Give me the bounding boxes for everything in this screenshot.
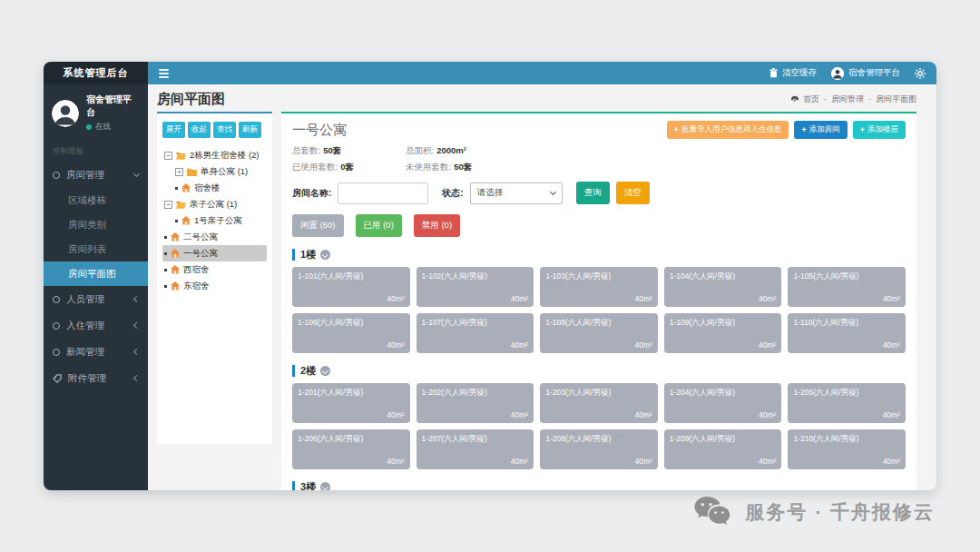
sidebar-item[interactable]: 入住管理 xyxy=(44,312,148,339)
room-card[interactable]: 1-204(六人间/男寝)40m² xyxy=(664,383,782,423)
tree-node[interactable]: −亲子公寓 (1) xyxy=(162,196,267,212)
tree-toolbar-button[interactable]: 刷新 xyxy=(239,122,261,138)
sidebar-user-status: 在线 xyxy=(86,122,140,133)
action-button[interactable]: +添加房间 xyxy=(794,121,847,139)
room-area: 40m² xyxy=(387,410,404,419)
tree-toolbar-button[interactable]: 展开 xyxy=(162,122,185,138)
room-name: 1-108(六人间/男寝) xyxy=(545,318,611,327)
user-avatar[interactable] xyxy=(52,100,79,127)
floor-section: 2楼1-201(六人间/男寝)40m²1-202(六人间/男寝)40m²1-20… xyxy=(292,365,906,469)
floor-collapse-icon[interactable] xyxy=(320,482,330,490)
sidebar-subitem[interactable]: 房间类别 xyxy=(44,212,148,237)
room-card[interactable]: 1-105(六人间/男寝)40m² xyxy=(788,267,906,307)
tree-node[interactable]: −2栋男生宿舍楼 (2) xyxy=(162,147,267,163)
tree-node[interactable]: +单身公寓 (1) xyxy=(173,163,267,180)
room-card[interactable]: 1-208(六人间/男寝)40m² xyxy=(540,429,658,469)
folder-open-icon xyxy=(176,201,186,209)
settings-gear-icon[interactable] xyxy=(915,68,926,79)
room-card[interactable]: 1-209(六人间/男寝)40m² xyxy=(664,429,782,469)
action-button-label: 添加楼层 xyxy=(867,124,898,135)
sidebar-item-label: 新闻管理 xyxy=(66,346,104,359)
legend-button[interactable]: 禁用 (0) xyxy=(414,214,460,237)
room-name: 1-201(六人间/男寝) xyxy=(298,388,363,397)
dashboard-icon xyxy=(790,95,799,104)
action-button-label: 批量导入用户信息和入住信息 xyxy=(681,124,782,135)
tree-node[interactable]: 一号公寓 xyxy=(162,245,267,261)
online-status-dot xyxy=(86,124,92,130)
breadcrumb-item[interactable]: 房间管理 xyxy=(819,94,864,105)
room-name: 1-204(六人间/男寝) xyxy=(670,388,735,397)
account-menu[interactable]: 宿舍管理平台 xyxy=(831,67,900,80)
clear-cache-button[interactable]: 清空缓存 xyxy=(769,67,817,79)
room-card[interactable]: 1-109(六人间/男寝)40m² xyxy=(664,313,782,353)
room-card[interactable]: 1-107(六人间/男寝)40m² xyxy=(416,313,534,353)
stat-label: 总面积: xyxy=(406,145,434,155)
room-card[interactable]: 1-102(六人间/男寝)40m² xyxy=(416,267,534,307)
breadcrumb-item[interactable]: 房间平面图 xyxy=(864,94,916,105)
sidebar-subitem[interactable]: 区域楼栋 xyxy=(44,188,148,212)
sidebar-item[interactable]: 新闻管理 xyxy=(44,339,148,365)
room-card[interactable]: 1-104(六人间/男寝)40m² xyxy=(664,267,782,307)
room-card[interactable]: 1-101(六人间/男寝)40m² xyxy=(292,267,410,307)
room-name: 1-208(六人间/男寝) xyxy=(545,434,611,443)
sidebar-subitem[interactable]: 房间列表 xyxy=(44,237,148,261)
tree-node[interactable]: 二号公寓 xyxy=(162,229,267,245)
tree-node[interactable]: 东宿舍 xyxy=(162,278,267,294)
room-card[interactable]: 1-206(六人间/男寝)40m² xyxy=(292,429,410,469)
legend-button[interactable]: 闲置 (50) xyxy=(292,214,344,237)
search-button[interactable]: 查询 xyxy=(576,182,610,204)
room-name-input[interactable] xyxy=(338,182,428,204)
building-tree-panel: 展开收起查找刷新 −2栋男生宿舍楼 (2)+单身公寓 (1)宿舍楼−亲子公寓 (… xyxy=(157,112,272,444)
tree-node-label: 东宿舍 xyxy=(183,281,210,292)
stat: 已使用套数:0套 xyxy=(292,162,406,173)
stat: 总套数:50套 xyxy=(292,145,406,157)
tag-icon xyxy=(53,374,62,383)
room-card[interactable]: 1-103(六人间/男寝)40m² xyxy=(540,267,658,307)
floor-header: 1楼 xyxy=(292,249,906,261)
tree-node-label: 宿舍楼 xyxy=(194,182,220,194)
room-card[interactable]: 1-110(六人间/男寝)40m² xyxy=(788,313,906,353)
breadcrumb-item[interactable]: 首页 xyxy=(803,94,819,105)
floor-collapse-icon[interactable] xyxy=(320,366,330,376)
tree-toolbar-button[interactable]: 查找 xyxy=(213,122,236,138)
action-button[interactable]: +添加楼层 xyxy=(853,121,906,139)
tree-node[interactable]: 宿舍楼 xyxy=(173,180,267,196)
room-area: 40m² xyxy=(511,294,528,303)
sidebar-item[interactable]: 附件管理 xyxy=(44,365,148,391)
room-card[interactable]: 1-205(六人间/男寝)40m² xyxy=(788,383,906,423)
action-button-label: 添加房间 xyxy=(809,124,840,135)
room-name: 1-106(六人间/男寝) xyxy=(298,318,363,327)
tree-node[interactable]: 1号亲子公寓 xyxy=(173,212,267,229)
sidebar-toggle-icon[interactable] xyxy=(159,69,169,78)
room-card[interactable]: 1-108(六人间/男寝)40m² xyxy=(540,313,658,353)
chevron-left-icon xyxy=(133,349,140,355)
legend-button[interactable]: 已用 (0) xyxy=(356,214,402,237)
circle-icon xyxy=(53,322,60,330)
floor-collapse-icon[interactable] xyxy=(320,250,330,260)
bullet-icon xyxy=(164,269,167,271)
sidebar-subitem[interactable]: 房间平面图 xyxy=(44,261,148,286)
bullet-icon xyxy=(164,285,167,288)
room-card[interactable]: 1-203(六人间/男寝)40m² xyxy=(540,383,658,423)
collapse-icon[interactable]: − xyxy=(164,152,172,160)
building-tree: −2栋男生宿舍楼 (2)+单身公寓 (1)宿舍楼−亲子公寓 (1)1号亲子公寓二… xyxy=(162,147,267,294)
room-card[interactable]: 1-201(六人间/男寝)40m² xyxy=(292,383,410,423)
status-select[interactable]: 请选择 xyxy=(470,182,563,204)
status-label: 状态: xyxy=(442,187,463,200)
room-card[interactable]: 1-210(六人间/男寝)40m² xyxy=(788,429,906,469)
room-card[interactable]: 1-207(六人间/男寝)40m² xyxy=(416,429,534,469)
action-button[interactable]: +批量导入用户信息和入住信息 xyxy=(667,121,789,139)
sidebar-item[interactable]: 人员管理 xyxy=(44,286,148,312)
room-area: 40m² xyxy=(511,410,528,419)
status-legend: 闲置 (50)已用 (0)禁用 (0) xyxy=(292,214,906,237)
room-card[interactable]: 1-106(六人间/男寝)40m² xyxy=(292,313,410,353)
collapse-icon[interactable]: − xyxy=(164,201,172,209)
stat: 总面积:2000m² xyxy=(406,145,605,157)
clear-button[interactable]: 清空 xyxy=(616,182,650,204)
sidebar-item[interactable]: 房间管理 xyxy=(44,162,148,188)
room-card[interactable]: 1-202(六人间/男寝)40m² xyxy=(416,383,534,423)
tree-toolbar-button[interactable]: 收起 xyxy=(188,122,211,138)
tree-node[interactable]: 西宿舍 xyxy=(162,261,267,278)
room-name-label: 房间名称: xyxy=(292,187,331,200)
expand-icon[interactable]: + xyxy=(175,168,183,176)
